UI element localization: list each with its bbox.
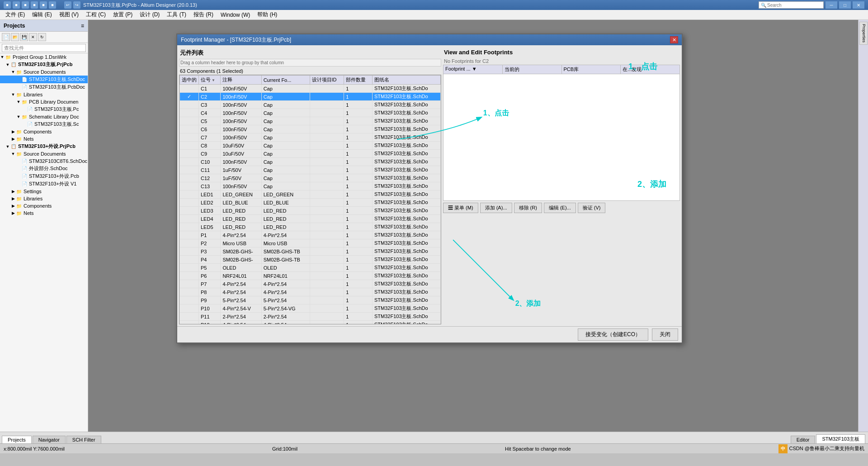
menu-file[interactable]: 文件 (E) (2, 10, 28, 19)
tab-projects[interactable]: Projects (2, 436, 32, 443)
fp-remove-button[interactable]: 移除 (R) (514, 203, 542, 213)
tree-item-18[interactable]: ▶ 📁 Settings (0, 188, 88, 195)
save-btn[interactable]: 💾 (20, 33, 28, 41)
tab-sch-filter[interactable]: SCH Filter (66, 436, 101, 443)
table-row[interactable]: P6 NRF24L01 NRF24L01 1 STM32F103主板.SchDo (180, 272, 441, 280)
col-footprint[interactable]: Current Fo... (261, 76, 310, 85)
app-icon-4[interactable]: ■ (31, 1, 38, 9)
project-search-input[interactable] (2, 44, 86, 52)
app-icon-2[interactable]: ■ (13, 1, 20, 9)
tree-item-0[interactable]: ▼ 📁 Project Group 1.DsnWrk (0, 53, 88, 61)
table-row[interactable]: C4 100nF/50V Cap 1 STM32F103主板.SchDo (180, 109, 441, 117)
col-ref[interactable]: 位号▼ (199, 76, 221, 85)
menu-project[interactable]: 工程 (C) (82, 10, 109, 19)
tree-item-13[interactable]: ▼ 📁 Source Documents (0, 150, 88, 157)
menu-window[interactable]: Window (W) (217, 11, 254, 19)
tab-navigator[interactable]: Navigator (33, 436, 66, 443)
undo-icon[interactable]: ↩ (64, 1, 71, 9)
table-row[interactable]: LED4 LED_RED LED_RED 1 STM32F103主板.SchDo (180, 215, 441, 223)
menu-reports[interactable]: 报告 (R) (190, 10, 217, 19)
project-search[interactable] (0, 43, 88, 53)
menu-edit[interactable]: 编辑 (E) (28, 10, 55, 19)
tree-item-10[interactable]: ▶ 📁 Components (0, 128, 88, 135)
menu-tools[interactable]: 工具 (T) (163, 10, 190, 19)
col-sheet[interactable]: 图纸名 (372, 76, 440, 85)
col-comment[interactable]: 注释 (221, 76, 261, 85)
table-row[interactable]: P4 SM02B-GHS- SM02B-GHS-TB 1 STM32F103主板… (180, 256, 441, 264)
tab-editor[interactable]: Editor (791, 436, 816, 443)
close-project-btn[interactable]: ✕ (29, 33, 37, 41)
menu-view[interactable]: 视图 (V) (56, 10, 82, 19)
panel-menu-icon[interactable]: ≡ (81, 23, 84, 29)
tree-item-9[interactable]: 📄 STM32F103主板.Sc (0, 120, 88, 128)
maximize-button[interactable]: □ (839, 1, 851, 9)
fp-add-button[interactable]: 添加 (A)... (480, 203, 512, 213)
table-row[interactable]: P11 2-Pin*2.54 2-Pin*2.54 1 STM32F103主板.… (180, 313, 441, 321)
dialog-close-button[interactable]: ✕ (670, 36, 678, 43)
table-row[interactable]: C7 100nF/50V Cap 1 STM32F103主板.SchDo (180, 133, 441, 142)
col-design-id[interactable]: 设计项目ID (310, 76, 344, 85)
tree-item-15[interactable]: 📄 外设部分.SchDoc (0, 165, 88, 172)
table-row[interactable]: C8 10uF/50V Cap 1 STM32F103主板.SchDo (180, 142, 441, 150)
open-btn[interactable]: 📂 (11, 33, 19, 41)
app-icon-1[interactable]: ■ (4, 1, 11, 9)
tree-item-8[interactable]: ▼ 📁 Schematic Library Doc (0, 113, 88, 120)
close-button[interactable]: ✕ (853, 1, 864, 9)
table-row[interactable]: P8 4-Pin*2.54 4-Pin*2.54 1 STM32F103主板.S… (180, 288, 441, 296)
table-row[interactable]: C5 100nF/50V Cap 1 STM32F103主板.SchDo (180, 117, 441, 125)
tree-item-14[interactable]: 📄 STM32F103C8T6.SchDoc (0, 157, 88, 165)
app-icon-6[interactable]: ■ (49, 1, 56, 9)
table-row[interactable]: C10 100nF/50V Cap 1 STM32F103主板.SchDo (180, 158, 441, 166)
tree-item-21[interactable]: ▶ 📁 Nets (0, 209, 88, 217)
tree-item-3[interactable]: 📄 STM32F103主板.SchDoc (0, 76, 88, 83)
tree-item-17[interactable]: 📄 STM32F103+外设 V1 (0, 180, 88, 188)
properties-btn[interactable]: Properties (859, 22, 868, 45)
project-tree[interactable]: ▼ 📁 Project Group 1.DsnWrk ▼ 📋 STM32F103… (0, 53, 88, 432)
table-row[interactable]: P12 4-Pin*2.54 4-Pin*2.54 1 STM32F103主板.… (180, 321, 441, 324)
table-row[interactable]: P7 4-Pin*2.54 4-Pin*2.54 1 STM32F103主板.S… (180, 280, 441, 288)
table-row[interactable]: LED1 LED_GREEN LED_GREEN 1 STM32F103主板.S… (180, 190, 441, 199)
table-row[interactable]: C9 10uF/50V Cap 1 STM32F103主板.SchDo (180, 150, 441, 158)
table-row[interactable]: P1 4-Pin*2.54 4-Pin*2.54 1 STM32F103主板.S… (180, 231, 441, 239)
tree-item-2[interactable]: ▼ 📁 Source Documents (0, 68, 88, 76)
app-icon-5[interactable]: ■ (40, 1, 47, 9)
table-row[interactable]: P5 OLED OLED 1 STM32F103主板.SchDo (180, 264, 441, 272)
table-row[interactable]: LED5 LED_RED LED_RED 1 STM32F103主板.SchDo (180, 223, 441, 231)
table-row[interactable]: C12 1uF/50V Cap 1 STM32F103主板.SchDo (180, 174, 441, 182)
col-selected[interactable]: 选中的 (180, 76, 199, 85)
close-dialog-button[interactable]: 关闭 (652, 328, 678, 341)
tree-item-7[interactable]: 📄 STM32F103主板.Pc (0, 105, 88, 113)
minimize-button[interactable]: ─ (826, 1, 837, 9)
menu-place[interactable]: 放置 (P) (109, 10, 136, 19)
table-row[interactable]: LED2 LED_BLUE LED_BLUE 1 STM32F103主板.Sch… (180, 199, 441, 207)
tree-item-20[interactable]: ▶ 📁 Components (0, 202, 88, 209)
col-qty[interactable]: 部件数量 (344, 76, 373, 85)
tree-item-11[interactable]: ▶ 📁 Nets (0, 135, 88, 143)
tree-item-16[interactable]: 📄 STM32F103+外设.Pcb (0, 172, 88, 180)
tree-item-5[interactable]: ▼ 📁 Libraries (0, 91, 88, 98)
table-row[interactable]: C13 100nF/50V Cap 1 STM32F103主板.SchDo (180, 182, 441, 190)
table-row[interactable]: LED3 LED_RED LED_RED 1 STM32F103主板.SchDo (180, 207, 441, 215)
table-row[interactable]: C3 100nF/50V Cap 1 STM32F103主板.SchDo (180, 101, 441, 109)
tree-item-12[interactable]: ▼ 📋 STM32F103+外设.PrjPcb (0, 143, 88, 150)
table-row[interactable]: ✓ C2 100nF/50V Cap 1 STM32F103主板.SchDo (180, 93, 441, 101)
table-row[interactable]: P10 4-Pin*2.54-V 5-Pin*2.54-VG 1 STM32F1… (180, 304, 441, 313)
fp-edit-button[interactable]: 编辑 (E)... (544, 203, 576, 213)
redo-icon[interactable]: ↪ (73, 1, 80, 9)
tree-item-1[interactable]: ▼ 📋 STM32F103主板.PrjPcb (0, 61, 88, 68)
table-row[interactable]: C1 100nF/50V Cap 1 STM32F103主板.SchDo (180, 85, 441, 93)
tree-item-19[interactable]: ▶ 📁 Libraries (0, 195, 88, 202)
tree-item-4[interactable]: 📄 STM32F103主板.PcbDoc (0, 83, 88, 91)
fp-validate-button[interactable]: 验证 (V) (578, 203, 606, 213)
menu-design[interactable]: 设计 (D) (136, 10, 163, 19)
app-icon-3[interactable]: ■ (22, 1, 29, 9)
table-row[interactable]: P3 SM02B-GHS- SM02B-GHS-TB 1 STM32F103主板… (180, 247, 441, 256)
refresh-btn[interactable]: ↻ (38, 33, 46, 41)
table-row[interactable]: C6 100nF/50V Cap 1 STM32F103主板.SchDo (180, 125, 441, 133)
title-search-box[interactable]: 🔍 (759, 1, 824, 9)
tab-sch-main[interactable]: STM32F103主板 (816, 434, 865, 443)
tree-item-6[interactable]: ▼ 📁 PCB Library Documen (0, 98, 88, 105)
component-table-wrapper[interactable]: 选中的 位号▼ 注释 Current Fo... 设计项目ID 部件数量 图纸名 (179, 75, 441, 324)
title-search-input[interactable] (767, 3, 821, 8)
accept-changes-button[interactable]: 接受变化（创建ECO） (578, 328, 648, 341)
